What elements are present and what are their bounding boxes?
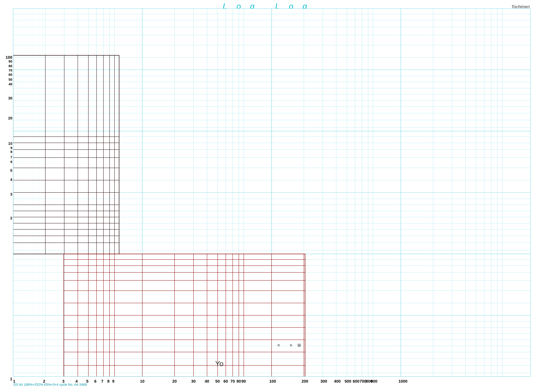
x-label-9: 9 (112, 379, 114, 384)
x-label-10: 10 (140, 379, 144, 384)
y-label-20: 20 (8, 116, 12, 120)
y-label-80: 80 (9, 64, 12, 68)
x-label-50: 50 (215, 379, 220, 384)
y-label-5: 5 (10, 168, 12, 173)
x-label-900: 900 (371, 379, 377, 384)
y-label-8: 8 (10, 150, 12, 154)
x-label-500: 500 (345, 379, 351, 384)
x-label-400: 400 (334, 379, 341, 384)
x-label-70: 70 (230, 379, 235, 384)
x-label-6: 6 (94, 379, 96, 384)
x-label-300: 300 (320, 379, 327, 384)
x-label-80: 80 (236, 379, 241, 384)
y-label-1: 1 (10, 377, 12, 381)
y-label-50: 50 (9, 78, 12, 82)
y-label-4: 4 (10, 178, 12, 182)
y-label-9: 9 (10, 146, 12, 150)
svg-text:⊞: ⊞ (297, 343, 301, 348)
y-label-2: 2 (10, 216, 12, 220)
yo-annotation: Yo (215, 359, 223, 368)
y-label-30: 30 (8, 96, 12, 100)
svg-text:≡: ≡ (290, 343, 292, 348)
x-label-20: 20 (172, 379, 177, 384)
y-label-10: 10 (8, 141, 12, 146)
y-label-40: 40 (9, 82, 12, 86)
x-label-700: 700 (360, 379, 366, 384)
x-label-7: 7 (101, 379, 103, 384)
x-label-200: 200 (302, 379, 308, 384)
x-label-8: 8 (107, 379, 109, 384)
svg-text:≡: ≡ (277, 343, 280, 348)
y-label-70: 70 (9, 68, 12, 73)
x-label-30: 30 (191, 379, 196, 384)
x-label-40: 40 (205, 379, 209, 384)
bottom-info: JIS A4 189%×252% 63%×3×4 cycle No. A4-34… (13, 383, 87, 387)
y-label-3: 3 (10, 192, 12, 196)
x-label-600: 600 (353, 379, 359, 384)
x-label-1000: 1000 (399, 379, 407, 384)
log-log-chart: ≡ ≡ ⊞ (13, 9, 530, 377)
x-label-90: 90 (241, 379, 246, 384)
y-label-7: 7 (10, 155, 12, 159)
y-label-90: 90 (9, 59, 12, 63)
y-label-100: 100 (6, 55, 12, 60)
x-label-100: 100 (269, 379, 276, 384)
x-label-60: 60 (223, 379, 228, 384)
y-label-6: 6 (10, 160, 12, 164)
y-label-60: 60 (9, 73, 12, 77)
page: Log Log Tochimen (0, 0, 539, 392)
